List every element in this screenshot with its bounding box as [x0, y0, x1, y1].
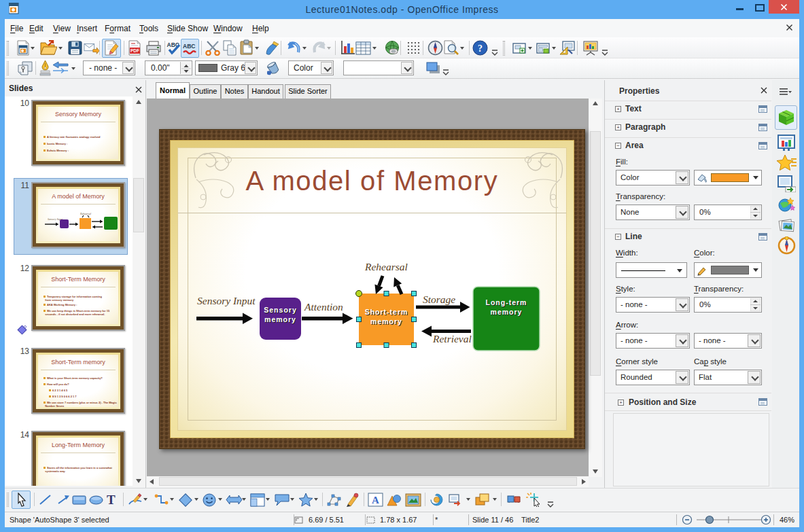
svg-text:memory: memory: [491, 308, 523, 316]
svg-text:Retrieval: Retrieval: [432, 333, 472, 344]
svg-text:Rehearsal: Rehearsal: [80, 212, 92, 215]
svg-text:Long-term: Long-term: [486, 298, 527, 306]
svg-text:Sensory Input: Sensory Input: [197, 295, 256, 306]
svg-text:?: ?: [478, 43, 483, 54]
svg-text:memory: memory: [264, 315, 296, 323]
svg-text:Rehearsal: Rehearsal: [364, 261, 408, 272]
svg-text:Attention: Attention: [304, 301, 343, 313]
svg-text:Short-term: Short-term: [365, 308, 408, 316]
svg-text:A: A: [372, 495, 379, 506]
svg-text:PDF: PDF: [130, 48, 139, 53]
svg-text:Sensory: Sensory: [264, 306, 296, 314]
svg-text:memory: memory: [370, 317, 402, 325]
svg-text:ABC: ABC: [183, 43, 195, 50]
svg-text:Storage: Storage: [423, 294, 455, 305]
